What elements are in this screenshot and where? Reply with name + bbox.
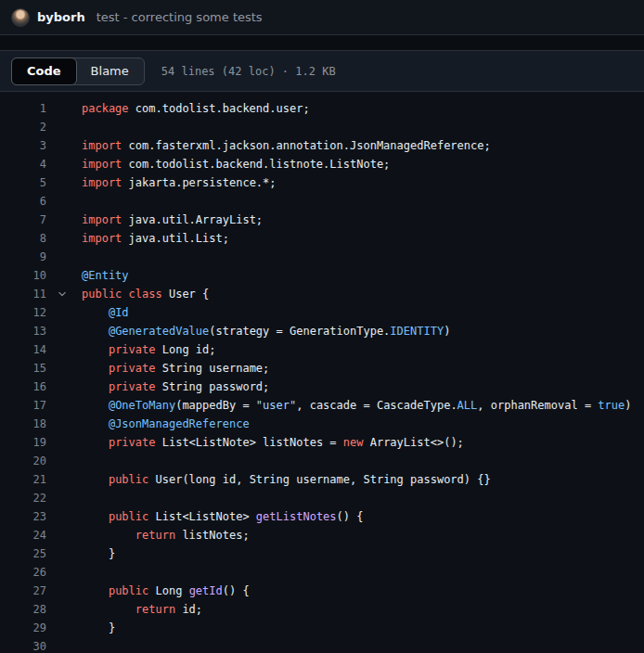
chevron-down-icon[interactable] — [46, 285, 82, 303]
line-number[interactable]: 7 — [0, 211, 46, 229]
code-line: 24 return listNotes; — [0, 526, 644, 544]
fold-gutter — [46, 526, 82, 544]
code-token: com.todolist.backend.user; — [129, 102, 310, 115]
line-number[interactable]: 13 — [0, 322, 46, 340]
code-text: import java.util.List; — [82, 229, 229, 248]
code-token: () { — [223, 584, 250, 597]
line-number[interactable]: 9 — [0, 248, 46, 266]
line-number[interactable]: 11 — [0, 285, 46, 303]
code-token: ArrayList<>(); — [363, 436, 463, 449]
fold-gutter — [46, 619, 82, 637]
code-token: public — [109, 584, 148, 597]
line-number[interactable]: 21 — [0, 470, 46, 489]
code-line: 21 public User(long id, String username,… — [0, 470, 644, 489]
code-line: 6 — [0, 192, 644, 211]
fold-gutter — [46, 303, 82, 322]
line-number[interactable]: 16 — [0, 378, 46, 396]
line-number[interactable]: 18 — [0, 415, 46, 433]
code-token: import — [82, 176, 122, 189]
line-number[interactable]: 4 — [0, 155, 46, 173]
code-token: IDENTITY — [390, 325, 444, 338]
code-token — [82, 343, 109, 356]
line-number[interactable]: 10 — [0, 266, 46, 285]
line-number[interactable]: 28 — [0, 600, 46, 619]
code-line: 10@Entity — [0, 266, 644, 285]
line-number[interactable]: 25 — [0, 544, 46, 563]
code-token: Long id; — [155, 343, 215, 356]
code-token: import — [82, 158, 122, 171]
line-number[interactable]: 12 — [0, 303, 46, 322]
line-number[interactable]: 15 — [0, 359, 46, 378]
code-token: User(long id, String username, String pa… — [148, 473, 490, 486]
line-number[interactable]: 3 — [0, 136, 46, 155]
code-line: 18 @JsonManagedReference — [0, 415, 644, 433]
line-number[interactable]: 27 — [0, 582, 46, 600]
code-line: 11public class User { — [0, 285, 644, 303]
code-token: @Id — [109, 306, 129, 319]
line-number[interactable]: 17 — [0, 396, 46, 415]
code-token: , cascade = CascadeType. — [296, 399, 457, 412]
code-token: java.util.ArrayList; — [122, 213, 263, 226]
code-token: } — [82, 621, 115, 634]
line-number[interactable]: 22 — [0, 489, 46, 507]
fold-gutter — [46, 600, 82, 619]
line-number[interactable]: 5 — [0, 173, 46, 192]
code-line: 19 private List<ListNote> listNotes = ne… — [0, 433, 644, 452]
file-meta-info: 54 lines (42 loc) · 1.2 KB — [161, 65, 336, 78]
code-line: 5import jakarta.persistence.*; — [0, 173, 644, 192]
code-line: 29 } — [0, 619, 644, 637]
code-text: import com.fasterxml.jackson.annotation.… — [82, 136, 491, 155]
code-token: package — [82, 102, 129, 115]
fold-gutter — [46, 378, 82, 396]
code-text: public User(long id, String username, St… — [82, 470, 491, 489]
page-gap — [0, 35, 644, 50]
code-token: ) — [625, 399, 631, 412]
line-number[interactable]: 29 — [0, 619, 46, 637]
code-line: 9 — [0, 248, 644, 266]
code-token: } — [82, 547, 115, 560]
code-token: return — [135, 603, 175, 616]
code-token: private — [109, 343, 156, 356]
line-number[interactable]: 23 — [0, 507, 46, 526]
fold-gutter — [46, 155, 82, 173]
line-number[interactable]: 24 — [0, 526, 46, 544]
code-text: private String username; — [82, 359, 269, 378]
commit-message-link[interactable]: test - correcting some tests — [97, 10, 263, 24]
code-token: getListNotes — [256, 510, 337, 523]
code-line: 12 @Id — [0, 303, 644, 322]
code-token: Long — [148, 584, 188, 597]
line-number[interactable]: 2 — [0, 118, 46, 136]
line-number[interactable]: 26 — [0, 563, 46, 582]
code-line: 23 public List<ListNote> getListNotes() … — [0, 507, 644, 526]
commit-author-link[interactable]: byborh — [37, 10, 85, 24]
code-token — [82, 306, 109, 319]
avatar[interactable] — [11, 8, 30, 27]
line-number[interactable]: 20 — [0, 452, 46, 470]
line-number[interactable]: 6 — [0, 192, 46, 211]
code-text: import java.util.ArrayList; — [82, 211, 263, 229]
code-line: 20 — [0, 452, 644, 470]
tab-code[interactable]: Code — [11, 58, 77, 85]
code-token: () { — [337, 510, 364, 523]
fold-gutter — [46, 507, 82, 526]
fold-gutter — [46, 544, 82, 563]
code-token: import — [82, 232, 122, 245]
code-text: @Id — [82, 303, 129, 322]
tab-blame[interactable]: Blame — [76, 58, 144, 84]
code-token: id; — [175, 603, 202, 616]
code-token — [82, 399, 109, 412]
code-token: (strategy = GenerationType. — [209, 325, 390, 338]
fold-gutter — [46, 322, 82, 340]
line-number[interactable]: 19 — [0, 433, 46, 452]
code-blame-switcher: Code Blame — [11, 58, 145, 85]
fold-gutter — [46, 415, 82, 433]
line-number[interactable]: 14 — [0, 340, 46, 359]
code-text: import com.todolist.backend.listnote.Lis… — [82, 155, 390, 173]
line-number[interactable]: 30 — [0, 637, 46, 653]
code-token — [82, 473, 109, 486]
line-number[interactable]: 8 — [0, 229, 46, 248]
line-number[interactable]: 1 — [0, 99, 46, 118]
code-token — [82, 380, 109, 393]
fold-gutter — [46, 563, 82, 582]
code-text: private Long id; — [82, 340, 216, 359]
